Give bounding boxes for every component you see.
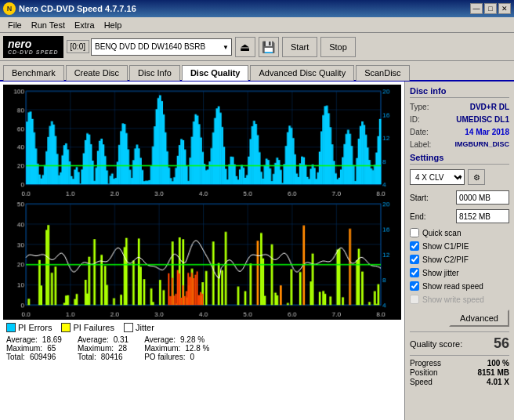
speed-value: 4.01 X [487, 378, 509, 386]
start-input[interactable] [456, 190, 509, 205]
show-write-speed-label: Show write speed [422, 295, 484, 304]
start-button[interactable]: Start [282, 37, 317, 57]
pi-errors-avg-label: Average: [6, 335, 38, 344]
jitter-avg-value: 9.28 % [180, 335, 205, 344]
legend-pi-failures: PI Failures [61, 323, 114, 332]
pi-errors-total-label: Total: [6, 353, 25, 361]
stat-pi-errors: Average: 18.69 Maximum: 65 Total: 609496 [6, 335, 62, 361]
end-input[interactable] [456, 209, 509, 223]
legend-jitter-label: Jitter [136, 323, 154, 332]
tab-benchmark[interactable]: Benchmark [3, 65, 64, 81]
quick-scan-row: Quick scan [410, 228, 509, 237]
advanced-button[interactable]: Advanced [449, 310, 509, 327]
speed-combo[interactable]: 4 X CLV [410, 169, 465, 185]
pi-failures-total-label: Total: [78, 353, 96, 361]
menu-run-test[interactable]: Run Test [27, 19, 70, 31]
quick-scan-checkbox[interactable] [410, 228, 419, 237]
restore-button[interactable]: □ [484, 3, 497, 14]
tab-scandisc[interactable]: ScanDisc [356, 65, 409, 81]
progress-value: 100 % [487, 359, 509, 368]
show-c1pie-label: Show C1/PIE [422, 242, 469, 251]
position-value: 8151 MB [477, 368, 509, 377]
pi-errors-max-value: 65 [47, 344, 56, 353]
eject-icon-btn[interactable]: ⏏ [235, 37, 255, 57]
stat-jitter: Average: 9.28 % Maximum: 12.8 % PO failu… [144, 335, 209, 361]
position-label: Position [410, 368, 438, 377]
show-read-speed-label: Show read speed [422, 282, 483, 291]
title-bar: N Nero CD-DVD Speed 4.7.7.16 — □ ✕ [0, 0, 514, 17]
legend-pi-failures-box [61, 323, 71, 332]
show-c2pif-checkbox[interactable] [410, 255, 419, 264]
tab-create-disc[interactable]: Create Disc [66, 65, 128, 81]
nero-logo: nero CD·DVD SPEED [3, 36, 63, 58]
pi-errors-chart [3, 85, 401, 199]
drive-combo[interactable]: BENQ DVD DD DW1640 BSRB [91, 38, 232, 56]
pi-errors-total-value: 609496 [30, 353, 56, 361]
disc-type-value: DVD+R DL [470, 103, 509, 111]
right-panel: Disc info Type: DVD+R DL ID: UMEDISC DL1… [404, 81, 514, 420]
menu-help[interactable]: Help [100, 19, 127, 31]
show-write-speed-row: Show write speed [410, 295, 509, 304]
show-c1pie-checkbox[interactable] [410, 241, 419, 251]
show-c1pie-row: Show C1/PIE [410, 241, 509, 251]
disc-date-value: 14 Mar 2018 [465, 128, 509, 136]
save-icon-btn[interactable]: 💾 [259, 37, 279, 57]
jitter-avg-label: Average: [144, 335, 176, 344]
speed-combo-wrapper: 4 X CLV [410, 169, 465, 185]
tab-disc-info[interactable]: Disc Info [129, 65, 180, 81]
show-jitter-row: Show jitter [410, 268, 509, 277]
jitter-max-label: Maximum: [144, 344, 180, 353]
show-read-speed-row: Show read speed [410, 281, 509, 291]
end-row: End: [410, 209, 509, 223]
menu-file[interactable]: File [3, 19, 27, 31]
drive-label: [0:0] [67, 40, 89, 53]
tab-disc-quality[interactable]: Disc Quality [182, 65, 249, 81]
window-title: Nero CD-DVD Speed 4.7.7.16 [19, 4, 136, 13]
quality-score: 56 [494, 335, 509, 352]
tab-advanced-disc-quality[interactable]: Advanced Disc Quality [250, 65, 354, 81]
disc-id-label: ID: [410, 115, 420, 124]
disc-label-value: IMGBURN_DISC [454, 140, 509, 149]
show-c2pif-row: Show C2/PIF [410, 255, 509, 264]
disc-date-label: Date: [410, 128, 429, 136]
pi-failures-avg-value: 0.31 [114, 335, 128, 344]
tab-bar: Benchmark Create Disc Disc Info Disc Qua… [0, 61, 514, 81]
position-row: Position 8151 MB [410, 368, 509, 377]
show-c2pif-label: Show C2/PIF [422, 255, 469, 264]
drive-selector: [0:0] BENQ DVD DD DW1640 BSRB [67, 38, 232, 56]
menu-bar: File Run Test Extra Help [0, 17, 514, 33]
speed-row: Speed 4.01 X [410, 378, 509, 386]
disc-label-label: Label: [410, 140, 431, 149]
menu-extra[interactable]: Extra [70, 19, 100, 31]
title-bar-buttons: — □ ✕ [470, 3, 511, 14]
jitter-po-value: 0 [190, 353, 194, 361]
start-row: Start: [410, 190, 509, 205]
minimize-button[interactable]: — [470, 3, 483, 14]
stop-button[interactable]: Stop [320, 37, 356, 57]
pi-errors-avg-value: 18.69 [42, 335, 62, 344]
main-content: PI Errors PI Failures Jitter Average: 18… [0, 81, 514, 420]
pi-failures-chart [3, 199, 401, 320]
legend-pi-errors-box [6, 323, 16, 332]
show-jitter-checkbox[interactable] [410, 268, 419, 277]
legend-pi-errors-label: PI Errors [18, 323, 52, 332]
show-jitter-label: Show jitter [422, 269, 459, 277]
speed-row: 4 X CLV ⚙ [410, 169, 509, 185]
settings-icon-btn[interactable]: ⚙ [468, 169, 485, 185]
disc-date-row: Date: 14 Mar 2018 [410, 128, 509, 136]
disc-info-title: Disc info [410, 86, 509, 98]
progress-section: Progress 100 % Position 8151 MB Speed 4.… [410, 355, 509, 387]
settings-title: Settings [410, 153, 509, 165]
toolbar: nero CD·DVD SPEED [0:0] BENQ DVD DD DW16… [0, 33, 514, 61]
stat-pi-failures: Average: 0.31 Maximum: 28 Total: 80416 [78, 335, 128, 361]
pi-failures-max-label: Maximum: [78, 344, 114, 353]
quality-label: Quality score: [410, 339, 462, 349]
quality-row: Quality score: 56 [410, 331, 509, 352]
disc-type-label: Type: [410, 103, 429, 111]
legend-bar: PI Errors PI Failures Jitter [3, 320, 401, 334]
legend-jitter-box [124, 323, 133, 332]
show-write-speed-checkbox[interactable] [410, 295, 419, 304]
show-read-speed-checkbox[interactable] [410, 281, 419, 291]
close-button[interactable]: ✕ [498, 3, 511, 14]
progress-row: Progress 100 % [410, 359, 509, 368]
